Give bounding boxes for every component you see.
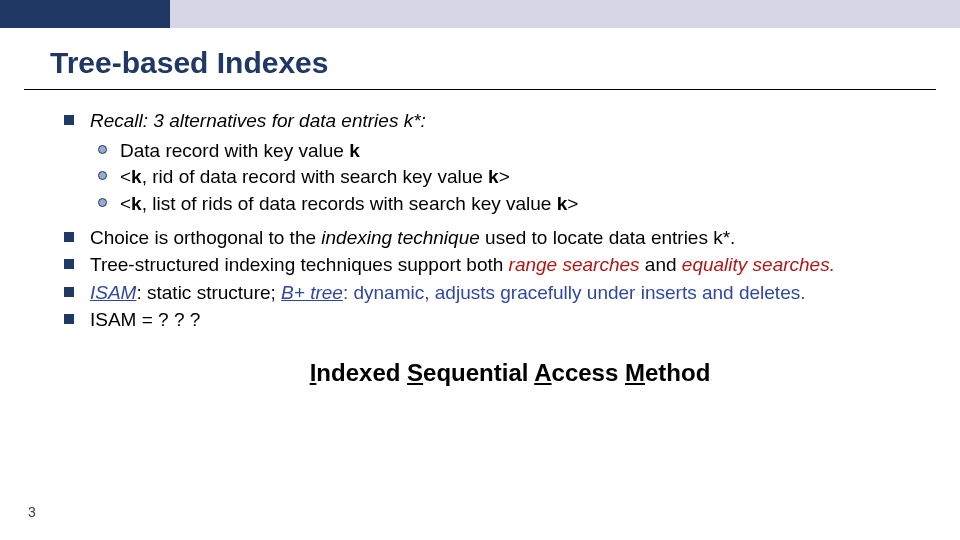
isam-S: S: [407, 359, 423, 386]
isam-equential: equential: [423, 359, 534, 386]
header-stripe: [0, 0, 960, 28]
b2-em: indexing technique: [321, 227, 479, 248]
sub-bullet-3: <k, list of rids of data records with se…: [120, 191, 930, 217]
b2-post: used to locate data entries k*.: [480, 227, 736, 248]
sub-bullet-list: Data record with key value k <k, rid of …: [120, 138, 930, 217]
b5-text: ISAM = ? ? ?: [90, 309, 200, 330]
isam-ndexed: ndexed: [316, 359, 407, 386]
s2-k2: k: [488, 166, 499, 187]
bullet-recall: Recall: 3 alternatives for data entries …: [90, 108, 930, 134]
b3-mid: and: [640, 254, 682, 275]
slide-body: Recall: 3 alternatives for data entries …: [0, 90, 960, 390]
b2-pre: Choice is orthogonal to the: [90, 227, 321, 248]
isam-ethod: ethod: [645, 359, 710, 386]
header-dark-block: [0, 0, 170, 28]
b4-mid2: : dynamic, adjusts gracefully under inse…: [343, 282, 806, 303]
slide-title: Tree-based Indexes: [50, 46, 960, 79]
s3-k1: k: [131, 193, 142, 214]
s3-k2: k: [557, 193, 568, 214]
page-number: 3: [28, 504, 36, 520]
b3-post: .: [830, 254, 835, 275]
isam-ccess: ccess: [552, 359, 625, 386]
sub-bullet-1: Data record with key value k: [120, 138, 930, 164]
s1-k: k: [349, 140, 360, 161]
s3-post: >: [567, 193, 578, 214]
s3-pre: <: [120, 193, 131, 214]
bullet-tree-structured: Tree-structured indexing techniques supp…: [90, 252, 930, 278]
bullet-recall-kstar: k*: [404, 110, 421, 131]
s3-mid: , list of rids of data records with sear…: [142, 193, 557, 214]
bullet-recall-text: Recall: 3 alternatives for data entries: [90, 110, 404, 131]
header-light-block: [170, 0, 960, 28]
b4-mid1: : static structure;: [136, 282, 281, 303]
bullet-isam-bptree: ISAM: static structure; B+ tree: dynamic…: [90, 280, 930, 306]
b4-isam: ISAM: [90, 282, 136, 303]
b3-pre: Tree-structured indexing techniques supp…: [90, 254, 509, 275]
bullet-isam-question: ISAM = ? ? ?: [90, 307, 930, 333]
bullet-choice: Choice is orthogonal to the indexing tec…: [90, 225, 930, 251]
bullet-recall-colon: :: [421, 110, 426, 131]
isam-expansion: Indexed Sequential Access Method: [90, 357, 930, 389]
s2-mid: , rid of data record with search key val…: [142, 166, 488, 187]
b3-range: range searches: [509, 254, 640, 275]
s2-k1: k: [131, 166, 142, 187]
isam-A: A: [534, 359, 551, 386]
b3-equality: equality searches: [682, 254, 830, 275]
isam-M: M: [625, 359, 645, 386]
b4-bptree: B+ tree: [281, 282, 343, 303]
s2-pre: <: [120, 166, 131, 187]
s1-text: Data record with key value: [120, 140, 349, 161]
s2-post: >: [499, 166, 510, 187]
sub-bullet-2: <k, rid of data record with search key v…: [120, 164, 930, 190]
title-area: Tree-based Indexes: [0, 28, 960, 83]
